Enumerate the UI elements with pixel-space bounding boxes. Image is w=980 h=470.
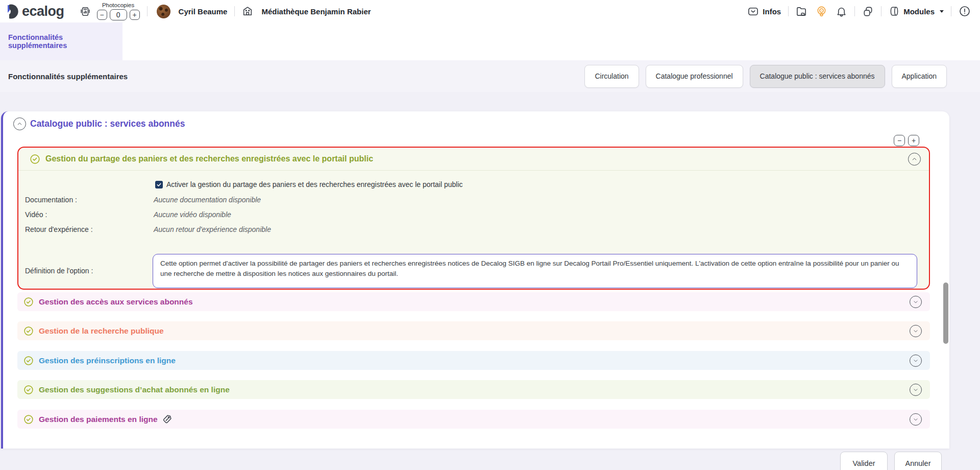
catalogue-public-card: Catalogue public : services abonnés − + … bbox=[1, 111, 949, 449]
video-value: Aucune vidéo disponible bbox=[154, 210, 231, 219]
tab-circulation-button[interactable]: Circulation bbox=[584, 65, 639, 88]
expand-collapse-controls: − + bbox=[894, 135, 919, 146]
documentation-value: Aucune documentation disponible bbox=[154, 196, 261, 204]
panel-title: Gestion des accès aux services abonnés bbox=[39, 297, 193, 307]
tab-fonctionnalites-supplementaires[interactable]: Fonctionnalités supplémentaires bbox=[0, 22, 122, 60]
divider bbox=[788, 6, 789, 16]
modules-label: Modules bbox=[903, 7, 935, 16]
section-header[interactable]: Catalogue public : services abonnés bbox=[13, 118, 185, 130]
photocopies-increment-button[interactable]: + bbox=[130, 10, 140, 20]
user-name: Cyril Beaume bbox=[179, 7, 228, 16]
folder-cloud-icon[interactable] bbox=[796, 6, 807, 17]
price-tag-icon bbox=[162, 414, 173, 425]
panel-title: Gestion des suggestions d’achat abonnés … bbox=[39, 385, 230, 394]
content-area: Catalogue public : services abonnés − + … bbox=[0, 92, 980, 470]
photocopies-label: Photocopies bbox=[102, 2, 134, 8]
divider bbox=[234, 6, 235, 16]
chevron-down-icon[interactable] bbox=[910, 413, 922, 426]
tab-catalogue-professionnel-button[interactable]: Catalogue professionnel bbox=[646, 65, 743, 88]
chevron-down-icon bbox=[940, 10, 944, 13]
tab-catalogue-public-button[interactable]: Catalogue public : services abonnés bbox=[750, 65, 885, 88]
panel-paiements-en-ligne[interactable]: Gestion des paiements en ligne bbox=[17, 410, 930, 429]
definition-label: Définition de l'option : bbox=[25, 267, 93, 275]
divider bbox=[951, 6, 951, 16]
infos-label: Infos bbox=[763, 7, 781, 16]
panel-title: Gestion des paiements en ligne bbox=[39, 415, 158, 424]
retour-experience-label: Retour d'expérience : bbox=[25, 225, 93, 233]
library-building-icon bbox=[242, 6, 253, 17]
app-header: ecalog Photocopies − 0 + Cyril Beaume bbox=[0, 0, 980, 22]
activate-checkbox-label: Activer la gestion du partage des panier… bbox=[166, 180, 463, 189]
divider bbox=[881, 6, 881, 16]
panel-partage-paniers: Gestion du partage des paniers et des re… bbox=[17, 147, 930, 290]
check-circle-icon bbox=[23, 385, 34, 395]
panel-recherche-publique[interactable]: Gestion de la recherche publique bbox=[17, 321, 930, 340]
expand-all-button[interactable]: + bbox=[908, 135, 919, 146]
panel-title: Gestion du partage des paniers et des re… bbox=[45, 154, 373, 163]
panel-title: Gestion de la recherche publique bbox=[39, 326, 164, 336]
divider bbox=[147, 6, 148, 16]
chevron-down-icon[interactable] bbox=[910, 296, 922, 308]
panel-partage-header[interactable]: Gestion du partage des paniers et des re… bbox=[18, 148, 929, 171]
photocopier-icon[interactable] bbox=[80, 6, 91, 17]
modules-menu[interactable]: Modules bbox=[889, 6, 944, 17]
cancel-button[interactable]: Annuler bbox=[894, 452, 942, 470]
chevron-up-icon[interactable] bbox=[908, 153, 921, 166]
tab-strip: Fonctionnalités supplémentaires bbox=[0, 22, 980, 60]
definition-textarea[interactable]: Cette option permet d'activer la possibi… bbox=[153, 254, 917, 288]
documentation-label: Documentation : bbox=[25, 196, 77, 204]
category-buttons: Circulation Catalogue professionnel Cata… bbox=[584, 65, 947, 88]
panel-title: Gestion des préinscriptions en ligne bbox=[39, 356, 176, 365]
chevron-down-icon[interactable] bbox=[910, 384, 922, 396]
decalog-logo[interactable]: ecalog bbox=[6, 3, 64, 19]
panel-preinscriptions-en-ligne[interactable]: Gestion des préinscriptions en ligne bbox=[17, 351, 930, 370]
tab-label: Fonctionnalités supplémentaires bbox=[8, 33, 122, 50]
divider bbox=[854, 6, 855, 16]
logo-text: ecalog bbox=[22, 4, 64, 19]
collapse-section-icon[interactable] bbox=[13, 118, 26, 130]
activate-checkbox[interactable] bbox=[155, 181, 163, 189]
section-title: Catalogue public : services abonnés bbox=[30, 119, 185, 129]
chevron-down-icon[interactable] bbox=[910, 355, 922, 367]
user-menu[interactable]: Cyril Beaume bbox=[155, 5, 228, 18]
panel-acces-services-abonnes[interactable]: Gestion des accès aux services abonnés bbox=[17, 292, 930, 311]
panel-suggestions-achat[interactable]: Gestion des suggestions d’achat abonnés … bbox=[17, 380, 930, 399]
vertical-scrollbar-thumb[interactable] bbox=[943, 283, 948, 344]
library-selector[interactable]: Médiathèque Benjamin Rabier bbox=[242, 6, 371, 17]
user-avatar bbox=[157, 5, 170, 18]
check-circle-icon bbox=[23, 326, 34, 336]
tab-application-button[interactable]: Application bbox=[892, 65, 947, 88]
check-circle-icon bbox=[30, 154, 40, 165]
retour-experience-value: Aucun retour d'expérience disponible bbox=[154, 225, 271, 233]
infos-button[interactable]: Infos bbox=[747, 6, 781, 17]
page-toolbar: Fonctionnalités supplémentaires Circulat… bbox=[0, 60, 980, 92]
check-circle-icon bbox=[23, 356, 34, 366]
notifications-bell-icon[interactable] bbox=[836, 6, 847, 17]
decalog-logo-icon bbox=[6, 3, 21, 19]
library-name: Médiathèque Benjamin Rabier bbox=[261, 7, 371, 16]
page-title: Fonctionnalités supplémentaires bbox=[8, 72, 128, 81]
chevron-down-icon[interactable] bbox=[910, 325, 922, 337]
video-label: Vidéo : bbox=[25, 210, 47, 219]
alert-info-icon[interactable] bbox=[959, 5, 971, 17]
photocopies-value[interactable]: 0 bbox=[110, 9, 127, 20]
broadcast-icon[interactable] bbox=[816, 6, 827, 17]
photocopies-widget: Photocopies − 0 + bbox=[97, 2, 140, 20]
link-apps-icon[interactable] bbox=[862, 6, 874, 17]
photocopies-decrement-button[interactable]: − bbox=[97, 10, 107, 20]
collapse-all-button[interactable]: − bbox=[894, 135, 905, 146]
check-circle-icon bbox=[23, 414, 34, 425]
envelope-icon bbox=[747, 6, 759, 17]
check-circle-icon bbox=[23, 297, 34, 307]
modules-cylinder-icon bbox=[889, 6, 900, 17]
validate-button[interactable]: Valider bbox=[840, 452, 888, 470]
activate-option-row: Activer la gestion du partage des panier… bbox=[155, 180, 463, 189]
